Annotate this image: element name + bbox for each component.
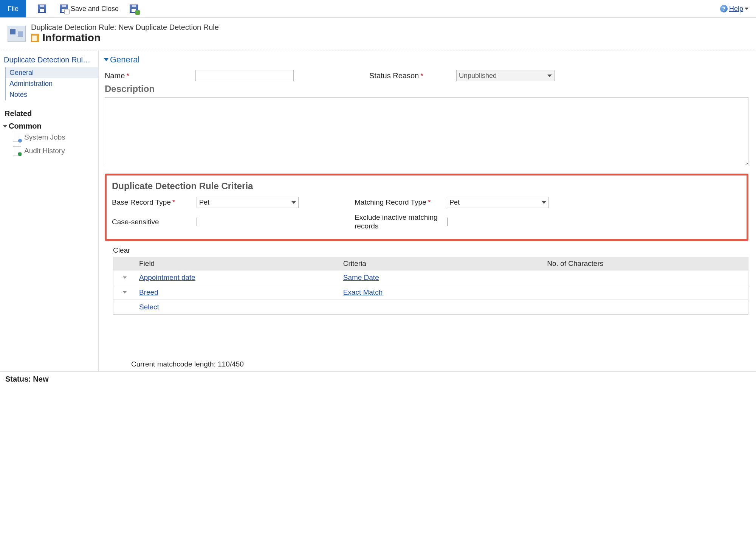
- criteria-type-link[interactable]: Exact Match: [343, 288, 383, 296]
- save-icon: [37, 4, 46, 13]
- nav-item-audit-history-label: Audit History: [24, 147, 65, 155]
- help-link[interactable]: ? Help: [720, 5, 748, 13]
- file-menu-button[interactable]: File: [0, 0, 26, 17]
- criteria-table-row-new: Select: [113, 300, 748, 314]
- save-button[interactable]: [37, 4, 49, 13]
- base-record-type-value: Pet: [199, 199, 209, 207]
- exclude-inactive-label: Exclude inactive matching records: [355, 213, 442, 231]
- nav-item-audit-history[interactable]: Audit History: [0, 144, 98, 158]
- chevron-down-icon: [542, 201, 546, 204]
- publish-icon: [129, 4, 138, 13]
- chevron-down-icon: [745, 8, 748, 10]
- base-record-type-label: Base Record Type*: [112, 198, 191, 207]
- col-header-field: Field: [136, 259, 340, 268]
- matchcode-length-text: Current matchcode length: 110/450: [131, 360, 748, 368]
- col-header-chars: No. of Characters: [544, 259, 748, 268]
- criteria-chars-cell: [544, 273, 748, 282]
- entity-breadcrumb: Duplicate Detection Rule: New Duplicate …: [31, 23, 219, 32]
- save-and-close-label: Save and Close: [71, 5, 119, 13]
- system-jobs-icon: [13, 133, 21, 142]
- criteria-highlight-block: Duplicate Detection Rule Criteria Base R…: [105, 174, 748, 241]
- criteria-type-link[interactable]: Same Date: [343, 273, 379, 281]
- criteria-field-link[interactable]: Appointment date: [139, 273, 195, 281]
- left-navigation: Duplicate Detection Rule : ... General A…: [0, 50, 99, 371]
- nav-group-common-label: Common: [9, 122, 42, 130]
- criteria-field-link[interactable]: Breed: [139, 288, 158, 296]
- triangle-down-icon: [104, 58, 108, 61]
- nav-link-administration[interactable]: Administration: [5, 78, 98, 89]
- chevron-down-icon: [3, 125, 8, 127]
- page-title: Information: [42, 32, 101, 44]
- criteria-table: Field Criteria No. of Characters Appoint…: [113, 257, 748, 315]
- criteria-clear-button[interactable]: Clear: [113, 246, 748, 255]
- status-reason-select[interactable]: Unpublished: [456, 70, 555, 81]
- publish-button[interactable]: [129, 4, 141, 13]
- help-icon: ?: [720, 5, 728, 12]
- criteria-table-header: Field Criteria No. of Characters: [113, 257, 748, 270]
- criteria-table-row: Appointment date Same Date: [113, 270, 748, 285]
- case-sensitive-checkbox[interactable]: [197, 217, 197, 226]
- nav-related-header: Related: [0, 100, 98, 122]
- matching-record-type-value: Pet: [449, 199, 460, 207]
- row-menu-button[interactable]: [113, 273, 136, 282]
- description-textarea[interactable]: [105, 97, 748, 165]
- criteria-select-new-link[interactable]: Select: [139, 303, 159, 311]
- name-field-label: Name*: [105, 71, 188, 80]
- status-reason-value: Unpublished: [459, 72, 497, 80]
- criteria-section-title: Duplicate Detection Rule Criteria: [112, 181, 741, 191]
- criteria-chars-cell: [544, 288, 748, 297]
- audit-history-icon: [13, 146, 21, 155]
- matching-record-type-label: Matching Record Type*: [355, 198, 442, 207]
- base-record-type-select[interactable]: Pet: [197, 197, 299, 208]
- nav-item-system-jobs-label: System Jobs: [24, 133, 65, 141]
- save-and-close-button[interactable]: Save and Close: [59, 4, 119, 13]
- col-header-criteria: Criteria: [340, 259, 544, 268]
- criteria-table-row: Breed Exact Match: [113, 285, 748, 300]
- chevron-down-icon: [547, 75, 552, 77]
- record-header: Duplicate Detection Rule: New Duplicate …: [0, 18, 756, 50]
- status-reason-label: Status Reason*: [369, 71, 449, 80]
- matching-record-type-select[interactable]: Pet: [447, 197, 549, 208]
- entity-icon: [8, 26, 26, 42]
- help-label: Help: [729, 5, 743, 13]
- nav-item-system-jobs[interactable]: System Jobs: [0, 130, 98, 144]
- exclude-inactive-checkbox[interactable]: [447, 217, 448, 226]
- name-input[interactable]: [195, 70, 294, 81]
- status-bar: Status: New: [0, 371, 756, 387]
- section-general-tab[interactable]: General: [105, 55, 748, 65]
- chevron-down-icon: [291, 201, 296, 204]
- save-close-icon: [59, 4, 68, 13]
- description-label: Description: [105, 84, 748, 94]
- command-bar: File Save and Close ? Help: [0, 0, 756, 18]
- form-icon: [31, 34, 39, 42]
- nav-link-notes[interactable]: Notes: [5, 89, 98, 100]
- case-sensitive-label: Case-sensitive: [112, 218, 191, 226]
- file-menu-label: File: [8, 5, 19, 13]
- nav-group-common[interactable]: Common: [0, 122, 98, 130]
- nav-link-general[interactable]: General: [5, 67, 98, 78]
- nav-root[interactable]: Duplicate Detection Rule : ...: [0, 53, 98, 67]
- section-general-label: General: [110, 55, 139, 65]
- row-menu-button[interactable]: [113, 288, 136, 297]
- form-area: General Name* Status Reason* Unpublished…: [99, 50, 756, 371]
